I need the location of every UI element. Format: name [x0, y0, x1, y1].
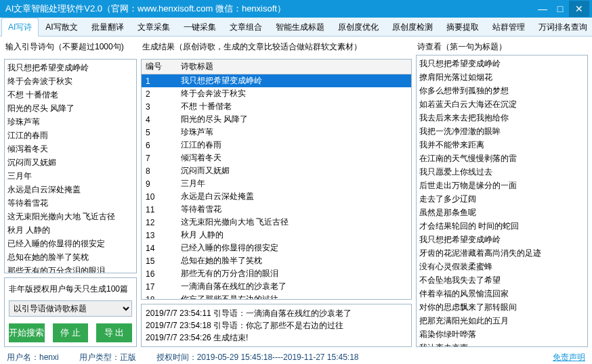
table-row[interactable]: 16那些无有的万分含泪的眼泪	[142, 267, 411, 280]
row-number: 11	[142, 205, 178, 214]
table-row[interactable]: 15总知在她的脸半了笑枕	[142, 254, 411, 267]
log-line: 2019/7/7 23:54:11 引导语：一滴滴自落在残红的沙袁老了	[146, 307, 407, 319]
table-row[interactable]: 18你忘了那些不是右边的过往	[142, 293, 411, 300]
table-row[interactable]: 14已经入睡的你显得的很安定	[142, 242, 411, 254]
col-number: 编号	[142, 61, 178, 72]
input-line: 永远是白云深处掩盖	[7, 183, 133, 196]
tab-ai-poem[interactable]: AI写诗	[1, 18, 39, 37]
row-title: 江江的春雨	[178, 139, 411, 151]
poem-line: 虽然是那条鱼呢	[419, 206, 585, 219]
table-row[interactable]: 5珍珠芦苇	[142, 126, 411, 139]
log-line: 2019/7/7 23:54:18 引导语：你忘了那些不是右边的过往	[146, 319, 407, 332]
table-row[interactable]: 3不想 十番偕老	[142, 100, 411, 113]
poem-view[interactable]: 我只想把希望变成峥岭撩肩阳光落过如烟花你多么想带到孤独的梦想如若蓝天白云大海还在…	[416, 55, 588, 347]
close-icon[interactable]: ✕	[569, 1, 589, 17]
export-button[interactable]: 导 出	[96, 323, 132, 342]
tab-rank-query[interactable]: 万词排名查询	[532, 18, 592, 36]
row-number: 2	[142, 89, 178, 99]
row-number: 9	[142, 179, 178, 189]
input-line: 倾泻着冬天	[7, 142, 133, 156]
tab-article-combine[interactable]: 文章组合	[223, 18, 269, 36]
table-row[interactable]: 7倾泻着冬天	[142, 152, 411, 164]
quota-note: 非年版授权用户每天只生成100篇	[9, 283, 132, 295]
view-label: 诗查看（第一句为标题）	[416, 40, 588, 55]
table-row[interactable]: 9三月年	[142, 177, 411, 190]
row-title: 阳光的尽头 风降了	[178, 114, 411, 125]
poem-line: 我只愿爱上你线过去	[419, 165, 585, 179]
status-auth: 授权时间：2019-05-29 15:45:18----2019-11-27 1…	[156, 352, 359, 363]
results-table[interactable]: 编号 诗歌标题 1我只想把希望变成峥岭2终于会奔波于秋实3不想 十番偕老4阳光的…	[141, 59, 412, 300]
poem-line: 没有心灵假装柔蜜蜂	[419, 260, 585, 273]
maximize-icon[interactable]: □	[551, 1, 569, 17]
start-search-button[interactable]: 开始搜索	[9, 323, 45, 342]
row-number: 16	[142, 269, 178, 279]
window-title: AI文章智能处理软件V2.0（官网：www.henxisoft.com 微信：h…	[5, 3, 534, 15]
tab-batch-translate[interactable]: 批量翻译	[85, 18, 131, 36]
row-number: 10	[142, 192, 178, 202]
table-row[interactable]: 4阳光的尽头 风降了	[142, 113, 411, 126]
poem-line: 不会坠地我失去了希望	[419, 273, 585, 287]
poem-line: 伴着幸福的风景愉流回家	[419, 287, 585, 300]
row-title: 你忘了那些不是右边的过往	[178, 294, 411, 300]
tab-originality-detect[interactable]: 原创度检测	[385, 18, 440, 36]
tab-smart-title[interactable]: 智能生成标题	[269, 18, 331, 36]
results-label: 生成结果（原创诗歌，生成的文章比较适合做站群软文素材）	[141, 40, 412, 55]
poem-line: 我把一洗净澄澈的眼眸	[419, 124, 585, 138]
poem-line: 把那充满阳光如此的五月	[419, 314, 585, 327]
tab-one-click-collect[interactable]: 一键采集	[177, 18, 223, 36]
table-row[interactable]: 1我只想把希望变成峥岭	[142, 74, 411, 87]
row-number: 18	[142, 295, 178, 300]
input-line: 秋月 人静的	[7, 223, 133, 237]
input-line: 三月年	[7, 169, 133, 183]
row-title: 这无束阳光撤向大地 飞近古径	[178, 217, 411, 228]
row-title: 三月年	[178, 178, 411, 189]
input-line: 江江的春雨	[7, 129, 133, 142]
table-row[interactable]: 2终于会奔波于秋实	[142, 87, 411, 100]
log-output[interactable]: 2019/7/7 23:54:11 引导语：一滴滴自落在残红的沙袁老了2019/…	[141, 304, 412, 347]
row-title: 珍珠芦苇	[178, 127, 411, 138]
row-title: 终于会奔波于秋实	[178, 88, 411, 99]
poem-line: 撩肩阳光落过如烟花	[419, 70, 585, 84]
tab-article-collect[interactable]: 文章采集	[131, 18, 177, 36]
tab-summary-extract[interactable]: 摘要提取	[440, 18, 486, 36]
status-type: 用户类型：正版	[79, 352, 136, 363]
tab-bar: AI写诗 AI写散文 批量翻译 文章采集 一键采集 文章组合 智能生成标题 原创…	[0, 18, 592, 37]
input-line: 终于会奔波于秋实	[7, 74, 133, 88]
table-header: 编号 诗歌标题	[142, 60, 411, 74]
table-row[interactable]: 10永远是白云深处掩盖	[142, 190, 411, 203]
table-row[interactable]: 11等待着雪花	[142, 203, 411, 216]
title-mode-select[interactable]: 以引导语做诗歌标题	[9, 300, 132, 317]
input-label: 输入引导诗句（不要超过1000句)	[4, 40, 137, 55]
row-number: 13	[142, 231, 178, 240]
row-number: 8	[142, 166, 178, 176]
row-title: 我只想把希望变成峥岭	[178, 75, 411, 87]
disclaimer-link[interactable]: 免责声明	[553, 352, 585, 363]
poem-line: 对你的思虑飘来了那转眼间	[419, 300, 585, 314]
table-row[interactable]: 8沉闷而又妩媚	[142, 164, 411, 177]
table-row[interactable]: 13秋月 人静的	[142, 229, 411, 242]
input-line: 沉闷而又妩媚	[7, 156, 133, 169]
minimize-icon[interactable]: —	[534, 1, 551, 17]
row-title: 那些无有的万分含泪的眼泪	[178, 268, 411, 279]
tab-site-group[interactable]: 站群管理	[486, 18, 532, 36]
poem-line: 走去了多少辽阔	[419, 192, 585, 206]
table-row[interactable]: 6江江的春雨	[142, 139, 411, 152]
input-textarea[interactable]: 我只想把希望变成峥岭终于会奔波于秋实不想 十番偕老阳光的尽头 风降了珍珠芦苇江江…	[4, 59, 137, 273]
poem-line: 我让离去哀声	[419, 341, 585, 347]
tab-ai-prose[interactable]: AI写散文	[39, 18, 84, 36]
poem-line: 如若蓝天白云大海还在沉淀	[419, 97, 585, 111]
poem-line: 我并不能带来距离	[419, 138, 585, 152]
row-title: 秋月 人静的	[178, 229, 411, 241]
stop-button[interactable]: 停 止	[53, 323, 89, 342]
table-row[interactable]: 17一滴滴自落在残红的沙袁老了	[142, 280, 411, 293]
control-box: 非年版授权用户每天只生成100篇 以引导语做诗歌标题 开始搜索 停 止 导 出	[4, 277, 137, 347]
row-title: 等待着雪花	[178, 204, 411, 215]
row-number: 4	[142, 115, 178, 124]
row-title: 永远是白云深处掩盖	[178, 191, 411, 202]
row-title: 倾泻着冬天	[178, 152, 411, 164]
input-line: 那些无有的万分含泪的眼泪	[7, 264, 133, 273]
input-line: 等待着雪花	[7, 196, 133, 210]
table-row[interactable]: 12这无束阳光撤向大地 飞近古径	[142, 216, 411, 229]
tab-originality-optimize[interactable]: 原创度优化	[331, 18, 385, 36]
poem-line: 霜染你绿叶哗落	[419, 327, 585, 341]
